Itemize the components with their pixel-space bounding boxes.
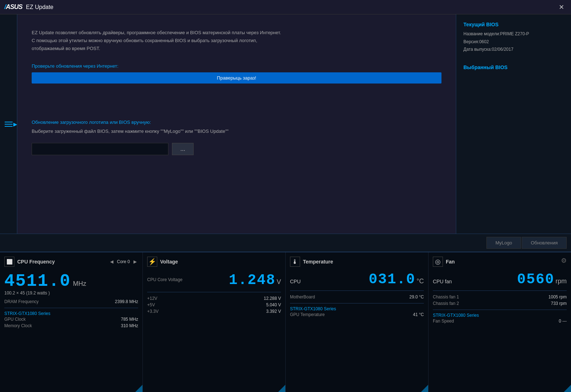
fan-panel-title: Fan xyxy=(446,259,455,265)
cpu-core-voltage-label: CPU Core Voltage xyxy=(147,277,182,282)
cpu-fan-label: CPU fan xyxy=(433,279,452,284)
cpu-core-voltage-unit: V xyxy=(277,278,281,286)
cpu-fan-row: CPU fan 0560 rpm xyxy=(433,270,567,288)
v12-label: +12V xyxy=(147,296,157,301)
chassis-fan1-value: 1005 rpm xyxy=(548,294,567,299)
gpu-fan-row: Fan Speed 0 --- xyxy=(433,318,567,324)
voltage-panel: ⚡ Voltage CPU Core Voltage 1.248 V +12V … xyxy=(143,252,286,392)
core-label: Core 0 xyxy=(117,259,130,264)
dram-value: 2399.8 MHz xyxy=(115,299,138,304)
current-bios-title: Текущий BIOS xyxy=(463,22,564,27)
cpu-fan-value: 0560 xyxy=(517,272,554,287)
voltage-panel-header: ⚡ Voltage xyxy=(147,257,281,267)
close-button[interactable]: ✕ xyxy=(556,2,567,13)
cpu-frequency-value: 4511.0 xyxy=(4,272,71,290)
fan-gpu-link[interactable]: STRIX-GTX1080 Series xyxy=(433,313,567,318)
voltage-panel-title: Voltage xyxy=(160,259,178,265)
cpu-gpu-link[interactable]: STRIX-GTX1080 Series xyxy=(4,311,138,316)
internet-section-title: Проверьте обновления через Интернет: xyxy=(32,63,441,69)
cpu-core-voltage-value-row: 1.248 V xyxy=(229,271,281,288)
fan-panel: ◎ Fan CPU fan 0560 rpm Chassis fan 1 100… xyxy=(429,252,571,392)
motherboard-temp-label: MotherBoard xyxy=(290,294,315,299)
version-label: Версия: xyxy=(463,39,479,44)
gpu-temp-value: 41 °C xyxy=(413,312,424,317)
version-value: 0602 xyxy=(479,39,489,44)
date-value: 02/06/2017 xyxy=(492,47,513,52)
cpu-panel-header: ⬜ CPU Frequency ◀ Core 0 ▶ xyxy=(4,257,138,267)
temp-icon: 🌡 xyxy=(290,257,300,267)
selected-bios-title: Выбранный BIOS xyxy=(463,64,564,70)
cpu-core-voltage-value: 1.248 xyxy=(229,273,276,288)
temp-panel-header: 🌡 Temperature xyxy=(290,257,424,267)
corner-triangle-fan xyxy=(564,385,571,392)
v33-row: +3.3V 3.392 V xyxy=(147,308,281,315)
corner-triangle-temp xyxy=(421,385,428,392)
v5-value: 5.040 V xyxy=(266,302,281,307)
date-label: Дата выпуска: xyxy=(463,47,492,52)
browse-button[interactable]: ... xyxy=(172,143,194,155)
memory-clock-row: Memory Clock 310 MHz xyxy=(4,323,138,329)
settings-gear-icon[interactable]: ⚙ xyxy=(561,257,567,265)
menu-line-1 xyxy=(5,122,13,122)
corner-triangle-cpu xyxy=(135,385,142,392)
app-title: EZ Update xyxy=(26,4,53,10)
description-text: EZ Update позволяет обновлять драйверы, … xyxy=(32,29,284,53)
chassis-fan2-row: Chassis fan 2 733 rpm xyxy=(433,300,567,307)
model-value: PRIME Z270-P xyxy=(500,31,529,36)
gpu-clock-row: GPU Clock 785 MHz xyxy=(4,316,138,323)
gpu-temp-row: GPU Temperature 41 °C xyxy=(290,311,424,318)
cpu-sub-info: 100.2 × 45 (19.2 watts ) xyxy=(4,290,138,296)
right-panel: Текущий BIOS Название модели:PRIME Z270-… xyxy=(456,14,571,234)
cpu-temp-row: CPU 031.0 °C xyxy=(290,270,424,288)
dram-label: DRAM Frequency xyxy=(4,299,38,304)
cpu-frequency-unit: MHz xyxy=(73,280,86,288)
motherboard-temp-row: MotherBoard 29.0 °C xyxy=(290,294,424,300)
dram-row: DRAM Frequency 2399.8 MHz xyxy=(4,298,138,305)
mylogo-button[interactable]: MyLogo xyxy=(486,237,521,249)
model-label: Название модели: xyxy=(463,31,500,36)
chassis-fan2-label: Chassis fan 2 xyxy=(433,301,459,306)
cpu-temp-value: 031.0 xyxy=(369,272,416,287)
core-next-button[interactable]: ▶ xyxy=(132,258,138,265)
cpu-temp-label: CPU xyxy=(290,279,301,284)
core-nav: ◀ Core 0 ▶ xyxy=(109,258,138,265)
gpu-clock-label: GPU Clock xyxy=(4,317,26,322)
fan-icon: ◎ xyxy=(433,257,443,267)
logo-asus: ASUS xyxy=(6,3,22,10)
chassis-fan1-label: Chassis fan 1 xyxy=(433,294,459,299)
cpu-icon: ⬜ xyxy=(4,257,14,267)
menu-line-3 xyxy=(5,126,13,127)
menu-line-2 xyxy=(5,124,13,125)
file-row: ... xyxy=(32,143,441,155)
titlebar: /ASUS EZ Update ✕ xyxy=(0,0,571,14)
cpu-core-voltage-row: CPU Core Voltage 1.248 V xyxy=(147,270,281,289)
manual-description: Выберите загруженный файл BIOS, затем на… xyxy=(32,129,441,134)
bios-file-input[interactable] xyxy=(32,143,168,155)
gpu-fan-label: Fan Speed xyxy=(433,319,454,324)
sidebar-arrow-icon: ▶ xyxy=(13,121,17,127)
v12-value: 12.288 V xyxy=(264,296,281,301)
v5-label: +5V xyxy=(147,302,155,307)
chassis-fan1-row: Chassis fan 1 1005 rpm xyxy=(433,294,567,300)
v33-value: 3.392 V xyxy=(266,309,281,314)
bios-info: Название модели:PRIME Z270-P Версия:0602… xyxy=(463,30,564,54)
temperature-panel: 🌡 Temperature CPU 031.0 °C MotherBoard 2… xyxy=(286,252,429,392)
titlebar-left: /ASUS EZ Update xyxy=(4,3,54,11)
temp-panel-title: Temperature xyxy=(303,259,333,265)
cpu-fan-unit: rpm xyxy=(556,278,567,285)
check-now-button[interactable]: Праверыць зараз! xyxy=(32,72,441,84)
bottom-bar: ⬜ CPU Frequency ◀ Core 0 ▶ 4511.0 MHz 10… xyxy=(0,252,571,392)
update-button[interactable]: Обновления xyxy=(522,237,567,249)
v12-row: +12V 12.288 V xyxy=(147,295,281,302)
sidebar: ▶ xyxy=(0,14,17,234)
gpu-temp-label: GPU Temperature xyxy=(290,312,325,317)
cpu-temp-unit: °C xyxy=(417,278,424,285)
voltage-icon: ⚡ xyxy=(147,257,157,267)
temp-gpu-link[interactable]: STRIX-GTX1080 Series xyxy=(290,306,424,311)
motherboard-temp-value: 29.0 °C xyxy=(409,294,424,299)
core-prev-button[interactable]: ◀ xyxy=(109,258,115,265)
cpu-fan-value-group: 0560 rpm xyxy=(517,270,567,288)
action-buttons-bar: MyLogo Обновления xyxy=(0,234,571,252)
corner-triangle-voltage xyxy=(278,385,285,392)
cpu-panel-title: CPU Frequency xyxy=(17,259,55,265)
